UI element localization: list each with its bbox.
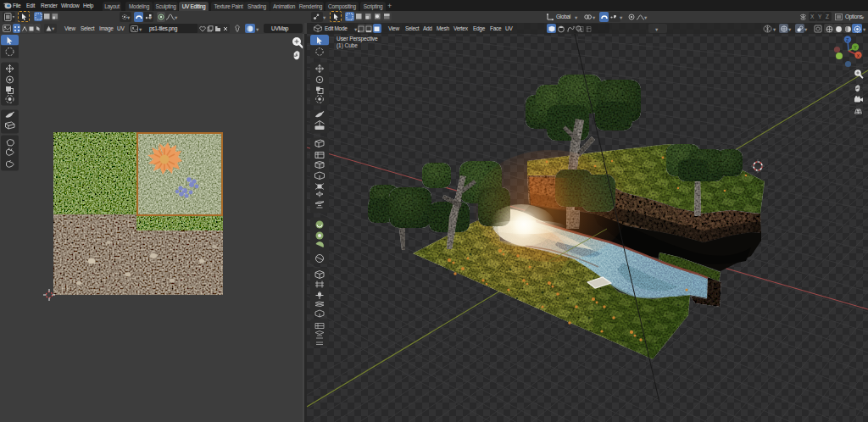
svg-text:X: X bbox=[857, 53, 860, 58]
svg-text:Y: Y bbox=[854, 45, 857, 50]
svg-text:(1) Cube: (1) Cube bbox=[337, 42, 358, 49]
svg-text:User Perspective: User Perspective bbox=[337, 36, 378, 42]
